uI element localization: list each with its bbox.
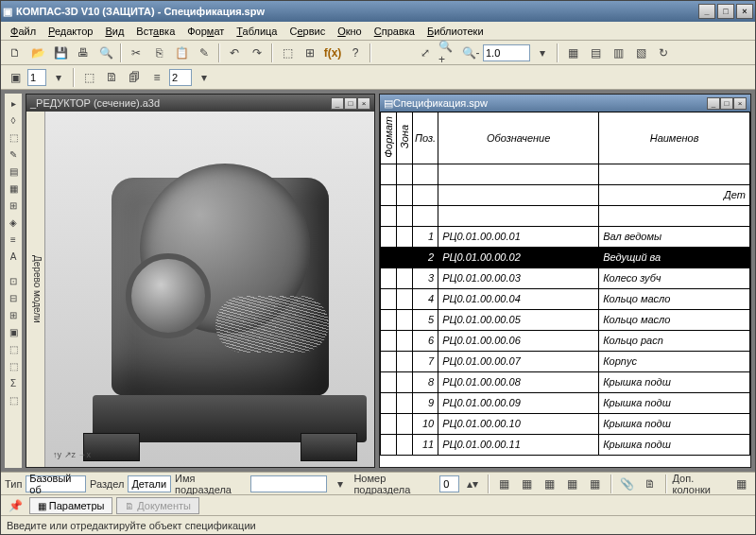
view-4-button[interactable]: ▧ — [630, 43, 651, 63]
subno-field[interactable]: 0 — [439, 475, 459, 492]
table-row[interactable]: 10РЦ0.01.00.00.10Крышка подш — [381, 413, 750, 434]
3d-viewport[interactable]: ↑y ↗z →x — [45, 112, 374, 467]
page-input[interactable] — [27, 69, 46, 86]
lt-3[interactable]: ⬚ — [6, 129, 21, 145]
spec-close[interactable]: × — [733, 97, 747, 110]
grid-2-button[interactable]: ▦ — [518, 474, 537, 494]
subno-spinner[interactable]: ▴▾ — [463, 474, 482, 494]
menu-table[interactable]: Таблица — [231, 24, 283, 39]
extra-cols-button[interactable]: ▦ — [732, 474, 751, 494]
tab-docs[interactable]: 🗎 Документы — [116, 497, 198, 514]
type-field[interactable]: Базовый об — [26, 475, 86, 492]
titlebar[interactable]: ▣ КОМПАС-3D V10 (ЗАЩИТА) - Спецификация.… — [1, 1, 755, 22]
view-3-button[interactable]: ▥ — [608, 43, 628, 63]
count-dropdown[interactable]: ▾ — [194, 67, 215, 88]
lt-14[interactable]: ▣ — [6, 324, 21, 339]
maximize-button[interactable]: □ — [717, 4, 734, 19]
obj-1-button[interactable]: ⬚ — [78, 67, 99, 88]
tool-a-button[interactable]: ⬚ — [277, 43, 298, 63]
table-row[interactable]: 7РЦ0.01.00.00.07Корпус — [381, 351, 750, 371]
tab-pin-icon[interactable]: 📌 — [5, 495, 26, 516]
subsection-dropdown[interactable]: ▾ — [331, 474, 350, 494]
lt-5[interactable]: ▤ — [6, 164, 21, 179]
redo-button[interactable]: ↷ — [247, 43, 267, 63]
obj-2-button[interactable]: 🖺 — [101, 67, 122, 88]
lt-12[interactable]: ⊟ — [6, 290, 21, 305]
sub3d-max[interactable]: □ — [344, 97, 357, 110]
zoom-in-button[interactable]: 🔍+ — [438, 43, 458, 63]
menu-service[interactable]: Сервис — [284, 24, 331, 39]
fx-button[interactable]: f(x) — [322, 43, 343, 63]
lt-7[interactable]: ⊞ — [6, 198, 21, 213]
lt-4[interactable]: ✎ — [6, 147, 21, 162]
lt-16[interactable]: ⬚ — [6, 358, 21, 373]
grid-3-button[interactable]: ▦ — [541, 474, 559, 494]
table-row[interactable]: 5РЦ0.01.00.00.05Кольцо масло — [381, 309, 750, 330]
section-field[interactable]: Детали — [128, 475, 171, 492]
cut-button[interactable]: ✂ — [126, 43, 146, 63]
menu-help[interactable]: Справка — [369, 24, 421, 39]
attach-button[interactable]: 📎 — [618, 474, 637, 494]
lt-2[interactable]: ◊ — [6, 112, 21, 128]
subsection-field[interactable] — [250, 475, 328, 492]
table-row-empty[interactable] — [381, 164, 750, 184]
sub3d-min[interactable]: _ — [331, 97, 344, 110]
table-row-empty[interactable] — [381, 205, 750, 226]
obj-4-button[interactable]: ≡ — [146, 67, 167, 88]
tool-b-button[interactable]: ⊞ — [300, 43, 320, 63]
spec-min[interactable]: _ — [707, 97, 720, 110]
zoom-out-button[interactable]: 🔍- — [460, 43, 481, 63]
model-tree-tab[interactable]: Дерево модели — [26, 112, 45, 467]
paste-button[interactable]: 📋 — [171, 43, 192, 63]
menu-file[interactable]: Файл — [5, 24, 42, 39]
menu-insert[interactable]: Вставка — [130, 24, 180, 39]
grid-4-button[interactable]: ▦ — [563, 474, 582, 494]
spec-table[interactable]: Формат Зона Поз. Обозначение Наименов Де… — [380, 112, 750, 467]
lt-17[interactable]: Σ — [6, 375, 21, 390]
menu-edit[interactable]: Редактор — [43, 24, 98, 39]
undo-button[interactable]: ↶ — [224, 43, 245, 63]
lt-10[interactable]: A — [6, 249, 21, 264]
obj-3-button[interactable]: 🗐 — [124, 67, 145, 88]
view-2-button[interactable]: ▤ — [585, 43, 606, 63]
view-1-button[interactable]: ▦ — [562, 43, 583, 63]
copy-button[interactable]: ⎘ — [148, 43, 169, 63]
table-row-section[interactable]: Дет — [381, 184, 750, 205]
grid-5-button[interactable]: ▦ — [586, 474, 605, 494]
lt-8[interactable]: ◈ — [6, 215, 21, 230]
page-button[interactable]: ▣ — [5, 67, 26, 88]
lt-11[interactable]: ⊡ — [6, 273, 21, 288]
table-row[interactable]: 11РЦ0.01.00.00.11Крышка подш — [381, 434, 750, 455]
zoom-input[interactable] — [483, 44, 530, 61]
page-dropdown[interactable]: ▾ — [48, 67, 69, 88]
save-button[interactable]: 💾 — [50, 43, 71, 63]
lt-13[interactable]: ⊞ — [6, 307, 21, 322]
table-row[interactable]: 4РЦ0.01.00.00.04Кольцо масло — [381, 288, 750, 309]
lt-15[interactable]: ⬚ — [6, 341, 21, 356]
table-row[interactable]: 3РЦ0.01.00.00.03Колесо зубч — [381, 268, 750, 288]
zoom-dropdown[interactable]: ▾ — [532, 43, 553, 63]
subwindow-3d-titlebar[interactable]: _РЕДУКТОР (сечение).a3d _ □ × — [26, 95, 374, 112]
table-row[interactable]: 9РЦ0.01.00.00.09Крышка подш — [381, 392, 750, 413]
table-row[interactable]: 2РЦ0.01.00.00.02Ведущий ва — [381, 247, 750, 268]
doc-button[interactable]: 🗎 — [641, 474, 660, 494]
lt-1[interactable]: ▸ — [6, 95, 21, 111]
lt-18[interactable]: ⬚ — [6, 392, 21, 407]
subwindow-spec-titlebar[interactable]: ▤ Спецификация.spw _ □ × — [380, 95, 750, 112]
menu-view[interactable]: Вид — [99, 24, 129, 39]
menu-format[interactable]: Формат — [181, 24, 230, 39]
extra-cols-label[interactable]: Доп. колонки — [673, 473, 730, 495]
menu-libs[interactable]: Библиотеки — [421, 24, 490, 39]
table-row[interactable]: 8РЦ0.01.00.00.08Крышка подш — [381, 371, 750, 392]
preview-button[interactable]: 🔍 — [95, 43, 116, 63]
sub3d-close[interactable]: × — [357, 97, 370, 110]
grid-1-button[interactable]: ▦ — [495, 474, 514, 494]
brush-button[interactable]: ✎ — [194, 43, 215, 63]
minimize-button[interactable]: _ — [698, 4, 715, 19]
help-button[interactable]: ? — [345, 43, 366, 63]
menu-window[interactable]: Окно — [332, 24, 368, 39]
table-row[interactable]: 6РЦ0.01.00.00.06Кольцо расп — [381, 330, 750, 351]
table-row[interactable]: 1РЦ0.01.00.00.01Вал ведомы — [381, 226, 750, 247]
lt-9[interactable]: ≡ — [6, 232, 21, 247]
tab-params[interactable]: ▦ Параметры — [29, 497, 112, 514]
